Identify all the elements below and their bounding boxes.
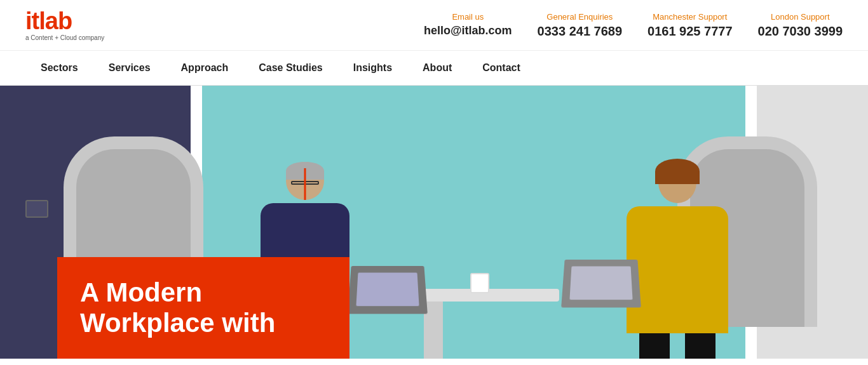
laptop-right	[561, 260, 641, 307]
electrical-outlet	[25, 200, 48, 218]
nav-item-about[interactable]: About	[407, 51, 467, 85]
logo-brand: itlab	[25, 8, 72, 34]
laptop-right-display	[569, 267, 632, 300]
contact-email[interactable]: Email us hello@itlab.com	[424, 12, 512, 37]
nav-item-services[interactable]: Services	[93, 51, 166, 85]
contact-manchester[interactable]: Manchester Support 0161 925 7777	[648, 12, 732, 39]
main-nav: Sectors Services Approach Case Studies I…	[0, 51, 868, 86]
nav-item-approach[interactable]: Approach	[166, 51, 244, 85]
laptop-right-screen	[561, 260, 641, 307]
laptop-left-display	[356, 273, 419, 307]
logo-text: itlab	[25, 9, 72, 33]
nav-item-sectors[interactable]: Sectors	[25, 51, 93, 85]
person-right-body	[627, 206, 728, 333]
coffee-mug	[470, 273, 489, 293]
leg-right-l	[639, 333, 670, 359]
person-right-head	[658, 162, 696, 203]
person-left-lanyard	[304, 168, 306, 200]
site-header: itlab a Content + Cloud company Email us…	[0, 0, 868, 51]
email-label: Email us	[452, 12, 484, 22]
general-number: 0333 241 7689	[538, 24, 622, 39]
person-right-legs	[614, 333, 741, 359]
london-number: 020 7030 3999	[758, 24, 843, 39]
logo[interactable]: itlab a Content + Cloud company	[25, 9, 104, 41]
logo-tagline: a Content + Cloud company	[25, 34, 104, 41]
hero-headline: A Modern Workplace with	[80, 277, 327, 339]
nav-item-insights[interactable]: Insights	[338, 51, 407, 85]
laptop-left-screen	[348, 266, 428, 314]
leg-right-r	[685, 333, 715, 359]
hero-section: A Modern Workplace with	[0, 86, 868, 359]
contact-london[interactable]: London Support 020 7030 3999	[758, 12, 843, 39]
person-right-hair	[655, 159, 700, 184]
hero-headline-line1: A Modern	[80, 277, 202, 307]
contact-area: Email us hello@itlab.com General Enquiri…	[424, 12, 843, 39]
contact-general[interactable]: General Enquiries 0333 241 7689	[538, 12, 622, 39]
laptop-left	[348, 266, 428, 314]
hero-text-box: A Modern Workplace with	[57, 257, 349, 359]
manchester-label: Manchester Support	[653, 12, 727, 22]
general-label: General Enquiries	[546, 12, 613, 22]
email-value: hello@itlab.com	[424, 24, 512, 37]
manchester-number: 0161 925 7777	[648, 24, 732, 39]
nav-links: Sectors Services Approach Case Studies I…	[25, 51, 536, 85]
london-label: London Support	[771, 12, 830, 22]
nav-item-contact[interactable]: Contact	[467, 51, 536, 85]
nav-item-case-studies[interactable]: Case Studies	[243, 51, 337, 85]
hero-scene: A Modern Workplace with	[0, 86, 868, 359]
hero-headline-line2: Workplace with	[80, 308, 275, 338]
